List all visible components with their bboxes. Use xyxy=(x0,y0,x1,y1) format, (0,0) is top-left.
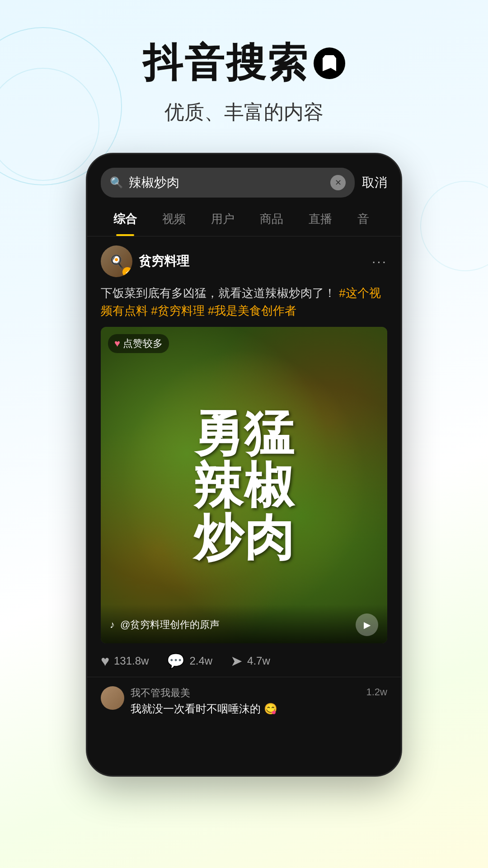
audio-info: ♪ @贫穷料理创作的原声 ▶ xyxy=(110,613,378,636)
main-title-text: 抖音搜索 xyxy=(143,36,309,90)
comments-section: 我不管我最美 我就没一次看时不咽唾沫的 😋 1.2w xyxy=(87,677,401,716)
author-name: 贫穷料理 xyxy=(139,253,189,270)
tiktok-logo-icon xyxy=(314,47,345,79)
comment-like-count-1: 1.2w xyxy=(366,686,387,698)
phone-mockup: 🔍 辣椒炒肉 ✕ 取消 综合 视频 用户 xyxy=(86,153,402,777)
more-options-button[interactable]: ··· xyxy=(372,254,387,269)
like-count: 131.8w xyxy=(114,655,149,667)
commenter-avatar-1 xyxy=(101,686,124,710)
author-avatar: 🍳 ✓ xyxy=(101,245,132,277)
subtitle-text: 优质、丰富的内容 xyxy=(0,99,488,126)
video-container[interactable]: ♥ 点赞较多 勇猛辣椒炒肉 ♪ xyxy=(101,327,387,643)
main-title-wrapper: 抖音搜索 xyxy=(0,36,488,90)
search-icon: 🔍 xyxy=(110,176,123,189)
badge-text: 点赞较多 xyxy=(123,337,163,350)
tab-product[interactable]: 商品 xyxy=(247,202,296,236)
share-button[interactable]: ➤ 4.7w xyxy=(230,652,270,670)
like-button[interactable]: ♥ 131.8w xyxy=(101,653,149,670)
comment-icon: 💬 xyxy=(167,652,185,670)
tab-comprehensive[interactable]: 综合 xyxy=(101,202,150,236)
tab-live[interactable]: 直播 xyxy=(296,202,345,236)
video-bottom-bar: ♪ @贫穷料理创作的原声 ▶ xyxy=(101,604,387,643)
comment-item-1: 我不管我最美 我就没一次看时不咽唾沫的 😋 1.2w xyxy=(101,686,387,716)
tabs-row: 综合 视频 用户 商品 直播 音 xyxy=(87,202,401,236)
verified-badge: ✓ xyxy=(122,267,132,277)
audio-text: @贫穷料理创作的原声 xyxy=(120,618,220,632)
comment-content-1: 我不管我最美 我就没一次看时不咽唾沫的 😋 xyxy=(131,686,360,716)
comment-text-1: 我就没一次看时不咽唾沫的 😋 xyxy=(131,702,360,716)
header-section: 抖音搜索 优质、丰富的内容 xyxy=(0,0,488,144)
tab-audio[interactable]: 音 xyxy=(345,202,382,236)
phone-content: 🔍 辣椒炒肉 ✕ 取消 综合 视频 用户 xyxy=(87,154,401,775)
description-text: 下饭菜到底有多凶猛，就看这道辣椒炒肉了！ xyxy=(101,286,336,300)
tab-user[interactable]: 用户 xyxy=(198,202,247,236)
play-button[interactable]: ▶ xyxy=(356,613,378,636)
comment-button[interactable]: 💬 2.4w xyxy=(167,652,212,670)
food-title-text: 勇猛辣椒炒肉 xyxy=(115,407,373,564)
search-input-wrapper[interactable]: 🔍 辣椒炒肉 ✕ xyxy=(101,168,355,198)
tab-video[interactable]: 视频 xyxy=(150,202,198,236)
post-header: 🍳 ✓ 贫穷料理 ··· xyxy=(101,245,387,277)
heart-small-icon: ♥ xyxy=(114,338,120,349)
comment-count: 2.4w xyxy=(189,655,212,667)
clear-search-button[interactable]: ✕ xyxy=(330,175,346,190)
cancel-button[interactable]: 取消 xyxy=(362,174,387,191)
search-bar-area: 🔍 辣椒炒肉 ✕ 取消 xyxy=(87,154,401,202)
interaction-row: ♥ 131.8w 💬 2.4w ➤ 4.7w xyxy=(101,643,387,677)
post-card: 🍳 ✓ 贫穷料理 ··· 下饭菜到底有多凶猛，就看这道辣椒炒肉了！ #这个视频有… xyxy=(87,236,401,677)
commenter-name-1: 我不管我最美 xyxy=(131,686,360,700)
music-icon: ♪ xyxy=(110,619,115,631)
phone-container: 🔍 辣椒炒肉 ✕ 取消 综合 视频 用户 xyxy=(0,153,488,777)
food-image: 勇猛辣椒炒肉 xyxy=(101,327,387,643)
clear-icon: ✕ xyxy=(335,178,342,188)
post-author[interactable]: 🍳 ✓ 贫穷料理 xyxy=(101,245,189,277)
like-icon: ♥ xyxy=(101,653,109,670)
food-text-overlay: 勇猛辣椒炒肉 xyxy=(115,407,373,564)
post-description: 下饭菜到底有多凶猛，就看这道辣椒炒肉了！ #这个视频有点料 #贫穷料理 #我是美… xyxy=(101,284,387,320)
share-icon: ➤ xyxy=(230,652,243,670)
video-badge: ♥ 点赞较多 xyxy=(108,334,169,353)
share-count: 4.7w xyxy=(247,655,270,667)
search-query-text: 辣椒炒肉 xyxy=(129,174,325,191)
